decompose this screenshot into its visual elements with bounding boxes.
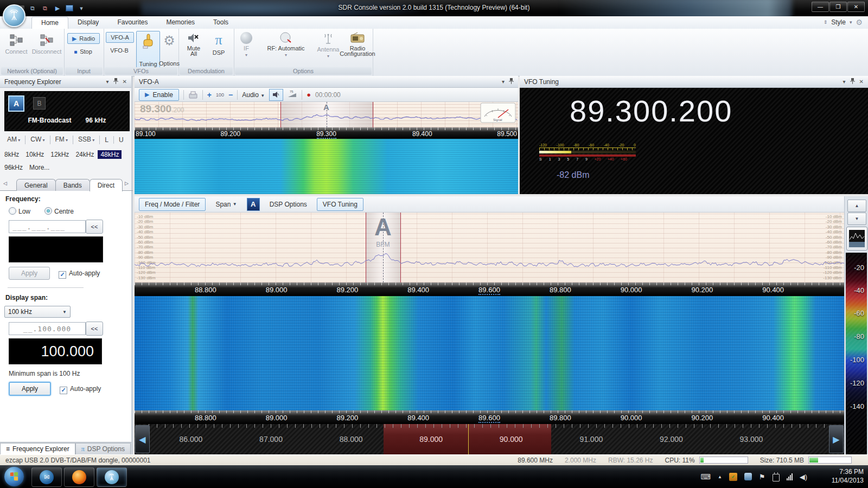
network-signal-icon[interactable] <box>787 473 793 480</box>
ribbon-collapse-icon[interactable]: ⇕ <box>824 20 828 25</box>
recorder-icon[interactable] <box>188 91 198 99</box>
low-radio[interactable]: Low <box>9 207 30 215</box>
main-waterfall[interactable] <box>135 296 844 410</box>
span-auto-apply[interactable]: ✓Auto-apply <box>60 383 101 394</box>
radio-configuration-button[interactable]: Radio Configuration <box>344 32 371 57</box>
vfo-a-badge[interactable]: A <box>247 198 260 211</box>
mode-button[interactable]: CW <box>25 136 50 144</box>
zoom-in-icon[interactable]: + <box>207 91 212 99</box>
bottom-tab-dsp-options[interactable]: πDSP Options <box>75 443 131 454</box>
taskbar-thunderbird-button[interactable]: ✉ <box>31 467 62 487</box>
disconnect-button[interactable]: Disconnect <box>31 33 62 55</box>
span-back-button[interactable]: << <box>86 322 103 336</box>
frequency-apply-button[interactable]: Apply <box>9 267 50 280</box>
stop-button[interactable]: ■ Stop <box>67 47 99 56</box>
tab-scroll-left-icon[interactable]: ◁ <box>3 181 7 186</box>
tuning-button[interactable]: Tuning <box>136 31 160 70</box>
pin-icon[interactable] <box>113 78 118 85</box>
speaker-toggle[interactable] <box>269 89 283 101</box>
enable-button[interactable]: ▶Enable <box>139 89 179 101</box>
bandwidth-button[interactable]: 12kHz <box>50 151 69 158</box>
action-center-flag-icon[interactable]: ⚑ <box>759 473 765 481</box>
power-plug-icon[interactable] <box>773 474 780 481</box>
taskbar-firefox-button[interactable] <box>64 467 94 487</box>
frequency-explorer-header[interactable]: Frequency Explorer ▾ ✕ <box>0 76 131 88</box>
explorer-tab[interactable]: Direct <box>90 179 123 191</box>
mode-button[interactable]: L <box>100 136 114 144</box>
ribbon-tab[interactable]: Tools <box>204 17 238 29</box>
span-input[interactable] <box>9 322 86 335</box>
volume-control[interactable]: 75 <box>288 89 297 100</box>
waterfall-frequency-scale[interactable]: 88.80089.00089.20089.40089.60089.80090.0… <box>135 410 844 424</box>
zoom-out-icon[interactable]: − <box>228 91 233 99</box>
panel-menu-icon[interactable]: ▾ <box>106 79 109 85</box>
scroll-down-button[interactable]: ▼ <box>847 213 866 225</box>
antivirus-shield-icon[interactable]: ✓ <box>729 473 737 481</box>
main-spectrum[interactable]: -10 dBm-20 dBm-30 dBm-40 dBm-50 dBm-60 d… <box>135 213 844 282</box>
display-mode-button[interactable] <box>846 227 867 251</box>
vfo-tuning-display[interactable]: 89.300.200 -120-100-80-60-40-200 S13579 … <box>520 88 868 194</box>
span-select[interactable]: 100 kHz ▼ <box>4 306 71 318</box>
mode-button[interactable]: U <box>114 136 129 144</box>
vfo-b-select-button[interactable]: B <box>33 97 46 110</box>
vfo-a-header[interactable]: VFO-A ▾ <box>135 76 518 88</box>
vfo-a-frequency-scale[interactable]: 89.10089.20089.30089.40089.500 <box>135 127 518 139</box>
bandwidth-button[interactable]: 96kHz <box>4 164 23 171</box>
explorer-tab[interactable]: General <box>16 179 56 191</box>
frequency-back-button[interactable]: << <box>86 220 103 234</box>
vfo-b-button[interactable]: VFO-B <box>106 46 133 55</box>
band-navigation-bar[interactable]: 86.00087.00088.00089.00090.00091.00092.0… <box>135 424 844 454</box>
keyboard-icon[interactable]: ⌨ <box>700 473 711 481</box>
vfo-options-button[interactable]: ⚙ Options <box>161 31 177 69</box>
tab-scroll-right-icon[interactable]: ▷ <box>125 181 129 186</box>
dsp-button[interactable]: π DSP <box>208 32 229 56</box>
panel-menu-icon[interactable]: ▾ <box>843 79 846 85</box>
rf-button[interactable]: RF: Automatic ▾ <box>259 32 313 57</box>
vfo-a-select-button[interactable]: A <box>8 95 24 112</box>
speaker-icon[interactable]: ◀) <box>800 473 807 481</box>
close-icon[interactable]: ✕ <box>859 79 864 85</box>
mode-button[interactable]: AM <box>2 136 25 144</box>
panel-menu-icon[interactable]: ▾ <box>502 79 505 85</box>
update-icon[interactable] <box>744 473 752 480</box>
minimize-button[interactable]: — <box>812 2 829 12</box>
taskbar-clock[interactable]: 7:36 PM 11/04/2013 <box>832 467 864 485</box>
connect-button[interactable]: Connect <box>2 33 30 55</box>
mute-all-button[interactable]: Mute All <box>183 32 205 57</box>
start-button[interactable] <box>4 467 24 486</box>
freq-mode-filter-button[interactable]: Freq / Mode / Filter <box>139 198 206 211</box>
bandwidth-more-button[interactable]: More... <box>29 164 49 171</box>
chevron-down-icon[interactable]: ▾ <box>850 20 852 25</box>
radio-start-button[interactable]: ▶ Radio <box>67 33 100 44</box>
vfo-a-button[interactable]: VFO-A <box>106 32 134 43</box>
audio-menu[interactable]: Audio ▼ <box>242 91 265 99</box>
span-apply-button[interactable]: Apply <box>9 382 51 396</box>
dsp-options-button[interactable]: DSP Options <box>265 198 311 210</box>
restore-button[interactable]: ❐ <box>829 2 847 12</box>
bandwidth-button[interactable]: 24kHz <box>75 151 94 158</box>
ribbon-tab[interactable]: Display <box>68 17 108 29</box>
mode-button[interactable]: SSB <box>73 136 100 144</box>
help-gear-icon[interactable]: ⚙ <box>856 18 863 27</box>
pin-icon[interactable] <box>509 78 514 85</box>
ribbon-tab[interactable]: Favourites <box>108 17 157 29</box>
vfo-a-spectrum[interactable]: 89.300.200 A Signal <box>135 102 518 127</box>
taskbar-sdr-console-button[interactable] <box>97 467 127 487</box>
close-icon[interactable]: ✕ <box>123 79 127 85</box>
if-button[interactable]: IF ▾ <box>237 32 256 57</box>
style-menu[interactable]: Style <box>831 18 846 26</box>
vfo-tuning-button[interactable]: VFO Tuning <box>317 198 363 211</box>
frequency-input[interactable] <box>9 220 86 233</box>
scroll-up-button[interactable]: ▲ <box>847 200 866 212</box>
vfo-tuning-header[interactable]: VFO Tuning ▾ ✕ <box>520 76 868 88</box>
explorer-tab[interactable]: Bands <box>55 179 90 191</box>
app-logo-antenna-icon[interactable] <box>3 4 25 27</box>
bandwidth-button[interactable]: 8kHz <box>4 151 19 158</box>
antenna-button[interactable]: Antenna ▾ <box>314 32 342 59</box>
nav-left-button[interactable]: ◀ <box>135 425 150 453</box>
record-icon[interactable]: ● <box>307 91 311 99</box>
span-menu[interactable]: Span ▼ <box>211 198 241 210</box>
hidden-icons-chevron[interactable]: ▲ <box>718 474 722 479</box>
frequency-auto-apply[interactable]: ✓Auto-apply <box>59 268 100 279</box>
pin-icon[interactable] <box>850 78 855 85</box>
